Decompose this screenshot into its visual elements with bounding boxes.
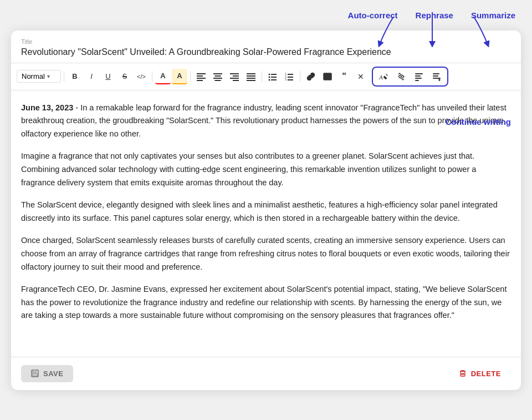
content-area[interactable]: June 13, 2023 - In a remakable leap forw… [11,90,521,357]
link-button[interactable] [303,69,319,84]
delete-button[interactable]: DELETE [449,365,511,382]
code-button[interactable]: </> [134,69,149,84]
trash-icon [459,370,467,377]
divider-1 [64,71,64,82]
align-center-button[interactable] [210,69,226,84]
delete-label: DELETE [471,370,501,378]
svg-point-18 [269,76,270,78]
italic-button[interactable]: I [84,69,99,84]
svg-point-20 [269,79,270,80]
svg-rect-41 [33,373,37,376]
svg-rect-14 [247,78,255,79]
svg-rect-25 [288,77,293,78]
svg-rect-17 [271,74,277,75]
svg-rect-15 [247,80,255,81]
svg-rect-2 [197,78,206,79]
bullet-list-button[interactable] [265,69,280,84]
autocorrect-button[interactable]: A [375,69,392,84]
save-label: SAVE [43,370,63,378]
paragraph-2: Imagine a fragrance that not only captiv… [21,150,511,190]
align-right-button[interactable] [227,69,242,84]
svg-rect-7 [215,80,221,81]
article-content: June 13, 2023 - In a remakable leap forw… [21,102,511,323]
paragraph-1: - In a remakable leap forward for the fr… [21,103,507,139]
svg-rect-19 [271,77,277,78]
svg-rect-21 [271,79,277,80]
svg-rect-5 [215,75,221,77]
paragraph-4: Once charged, SolarScent seamlessly rele… [21,234,511,274]
image-button[interactable] [320,69,335,84]
paragraph-3: The SolarScent device, elegantly designe… [21,199,511,225]
continue-writing-label[interactable]: Continue writing [446,117,511,126]
svg-rect-9 [233,75,239,77]
rephrase-button[interactable] [393,69,410,84]
svg-rect-27 [288,79,293,80]
style-select[interactable]: Normal ▾ [17,70,61,83]
svg-point-16 [269,73,270,75]
editor-container: Auto-correct Rephrase Summarize Title No… [11,31,521,390]
svg-rect-37 [433,75,438,77]
font-color-button[interactable]: A [155,69,171,84]
svg-text:3.: 3. [285,78,287,81]
svg-rect-35 [415,80,419,81]
paragraph-5: FragranceTech CEO, Dr. Jasmine Evans, ex… [21,283,511,323]
ordered-list-button[interactable]: 1.2.3. [282,69,297,84]
svg-rect-4 [213,73,222,74]
save-icon [31,370,39,377]
autocorrect-label[interactable]: Auto-correct [348,11,398,20]
quote-button[interactable]: " [336,69,352,84]
summarize-button[interactable] [411,69,427,84]
svg-rect-13 [247,75,255,77]
title-label: Title [21,38,511,45]
divider-4 [262,71,262,82]
bold-button[interactable]: B [67,69,83,84]
svg-rect-12 [247,73,255,74]
svg-rect-34 [415,78,422,79]
bottom-bar: SAVE DELETE [11,357,521,390]
svg-text:A: A [378,74,383,80]
svg-rect-1 [197,75,203,77]
divider-3 [190,71,191,82]
save-button[interactable]: SAVE [21,365,73,382]
chevron-down-icon: ▾ [47,73,50,79]
svg-rect-0 [197,73,206,74]
svg-rect-3 [197,80,203,81]
summarize-label[interactable]: Summarize [471,11,515,20]
align-left-button[interactable] [193,69,209,84]
ai-toolbar-group: A [372,67,448,87]
strikethrough-button[interactable]: S̶ [117,69,132,84]
rephrase-label[interactable]: Rephrase [416,11,453,20]
divider-2 [152,71,152,82]
svg-rect-10 [230,78,239,79]
svg-rect-33 [415,75,421,77]
svg-rect-11 [233,80,239,81]
svg-rect-23 [288,74,293,75]
clear-format-button[interactable]: ✕ [353,69,369,84]
svg-rect-32 [415,73,423,74]
toolbar: Normal ▾ B I U S̶ </> A A 1.2.3. [11,63,521,90]
underline-button[interactable]: U [100,69,116,84]
align-justify-button[interactable] [243,69,259,84]
svg-rect-8 [230,73,239,74]
title-section: Title [11,31,521,63]
continue-writing-button[interactable] [428,69,445,84]
svg-point-31 [401,75,402,77]
article-date: June 13, 2023 [21,103,73,112]
highlight-button[interactable]: A [172,69,187,84]
style-select-label: Normal [22,72,45,80]
svg-rect-36 [433,73,439,74]
title-input[interactable] [21,47,511,57]
svg-rect-6 [213,78,222,79]
divider-5 [300,71,300,82]
